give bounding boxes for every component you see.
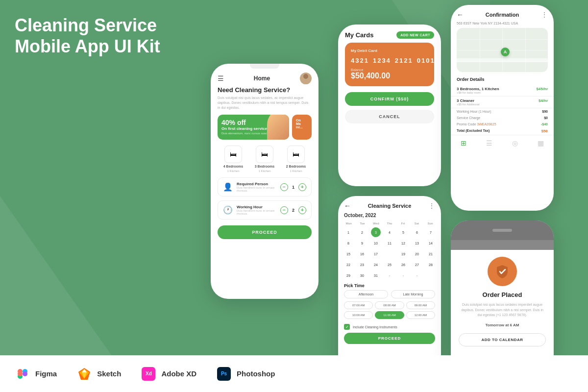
promo-person [267, 115, 289, 140]
nav-grid-icon[interactable]: ▦ [538, 139, 544, 147]
time-slot-800[interactable]: 08:00 AM [375, 301, 404, 309]
late-morning-tab[interactable]: Late Morning [391, 290, 435, 298]
cal-day-27[interactable]: 27 [412, 260, 422, 270]
promo-strip: 40% off On first cleaning service Duis e… [218, 115, 312, 140]
calendar-back-button[interactable]: ← [344, 202, 351, 210]
cal-day-6[interactable]: 6 [412, 227, 422, 237]
hour-decrement[interactable]: − [280, 206, 288, 214]
order-item-2-price: $4/hr [539, 98, 548, 103]
cal-day-14[interactable]: 14 [426, 238, 436, 248]
cal-day-d1: • [385, 270, 394, 280]
confirmation-back-button[interactable]: ← [457, 11, 464, 19]
cal-day-7[interactable]: 7 [426, 227, 436, 237]
cal-day-30[interactable]: 30 [357, 270, 367, 280]
cal-day-4[interactable]: 4 [385, 227, 394, 237]
promo-card-orange: OnMane... [292, 115, 312, 140]
cal-day-26[interactable]: 26 [398, 260, 408, 270]
confirm-button[interactable]: CONFIRM ($50) [345, 92, 434, 106]
order-row-1: 3 Bedrooms, 1 Kitchen +$6 for baby room … [451, 85, 554, 97]
cal-day-13[interactable]: 13 [412, 238, 422, 248]
bedroom-3[interactable]: 🛏 3 Bedrooms 1 Kitchen [255, 146, 274, 172]
time-slot-900[interactable]: 09:00 AM [406, 301, 435, 309]
phone-cards: My Cards ADD NEW CART My Debit Card 4321… [338, 24, 441, 186]
bedroom-label-4: 4 Bedrooms [223, 165, 243, 168]
cal-day-16[interactable]: 16 [357, 249, 367, 259]
need-cleaning-desc: Duis solutpat nisi quis lacus sedales, a… [218, 96, 312, 110]
person-increment[interactable]: + [298, 183, 306, 191]
order-placed-desc: Duis solutpat nisi quis lacus sedales im… [459, 302, 546, 318]
day-wed: Wed [369, 221, 383, 226]
cal-day-5[interactable]: 5 [398, 227, 408, 237]
proceed-button[interactable]: PROCEED [218, 225, 312, 239]
cal-day-22[interactable]: 22 [343, 260, 353, 270]
ps-icon-inner: Ps [217, 367, 231, 381]
order-placed-content: Order Placed Duis solutpat nisi quis lac… [451, 250, 554, 353]
hour-value: 2 [292, 208, 294, 213]
cal-day-empty1 [385, 249, 394, 259]
cal-day-12[interactable]: 12 [398, 238, 408, 248]
hour-increment[interactable]: + [298, 206, 306, 214]
cancel-button[interactable]: CANCEL [345, 110, 434, 123]
cards-title: My Cards [345, 31, 374, 39]
phone5-header-bg [451, 220, 554, 250]
cal-day-28[interactable]: 28 [426, 260, 436, 270]
include-checkbox[interactable]: ✓ [344, 324, 350, 330]
cal-day-3[interactable]: 3 [371, 227, 381, 237]
cal-day-21[interactable]: 21 [426, 249, 436, 259]
ps-icon: Ps [216, 366, 232, 382]
cal-day-24[interactable]: 24 [371, 260, 381, 270]
bedroom-icon-2: 🛏 [287, 146, 305, 163]
calendar-proceed-button[interactable]: PROCEED [344, 333, 435, 344]
add-to-calendar-button[interactable]: ADD TO CALENDAR [459, 333, 546, 346]
cal-day-31[interactable]: 31 [371, 270, 381, 280]
cal-day-19[interactable]: 19 [398, 249, 408, 259]
time-slot-700[interactable]: 07:00 AM [344, 301, 373, 309]
order-item-1-main: 3 Bedrooms, 1 Kitchen [457, 87, 499, 91]
cal-day-9[interactable]: 9 [357, 238, 367, 248]
bedroom-sub-4: 1 Kitchen [227, 170, 239, 172]
time-slot-1200[interactable]: 12:00 AM [406, 311, 435, 319]
cal-day-1[interactable]: 1 [343, 227, 353, 237]
bedroom-4[interactable]: 🛏 4 Bedrooms 1 Kitchen [223, 146, 243, 172]
cal-day-15[interactable]: 15 [343, 249, 353, 259]
working-hour-summary-label: Working Hour (1 Hour) [457, 110, 491, 113]
map-marker: A [501, 48, 510, 56]
confirmation-address: 563 63ST New York NY 2134-4321 USA [451, 22, 554, 28]
nav-list-icon[interactable]: ☰ [486, 139, 492, 147]
xd-label: Adobe XD [161, 369, 196, 378]
nav-home-icon[interactable]: ⊞ [461, 139, 466, 147]
cal-day-23[interactable]: 23 [357, 260, 367, 270]
cal-day-11[interactable]: 11 [385, 238, 394, 248]
avatar [300, 73, 312, 84]
tool-adobe-xd: Xd Adobe XD [141, 366, 196, 382]
bedroom-label-3: 3 Bedrooms [255, 165, 274, 168]
hamburger-icon[interactable]: ☰ [218, 74, 224, 82]
bedroom-icon-4: 🛏 [224, 146, 242, 163]
cal-day-8[interactable]: 8 [343, 238, 353, 248]
cal-day-29[interactable]: 29 [343, 270, 353, 280]
promo-value: -$40 [541, 122, 548, 126]
person-decrement[interactable]: − [280, 183, 288, 191]
cal-day-25[interactable]: 25 [385, 260, 394, 270]
cal-day-20[interactable]: 20 [412, 249, 422, 259]
calendar-title: Cleaning Service [368, 203, 412, 209]
promo-card-green: 40% off On first cleaning service Duis e… [218, 115, 289, 140]
cal-day-d2: • [398, 270, 408, 280]
cal-day-2[interactable]: 2 [357, 227, 367, 237]
afternoon-tab[interactable]: Afternoon [344, 290, 388, 298]
cal-day-10[interactable]: 10 [371, 238, 381, 248]
hero-title: Cleaning Service Mobile App UI Kit [15, 15, 160, 57]
add-new-cart-button[interactable]: ADD NEW CART [396, 31, 434, 39]
calendar-more-icon[interactable]: ⋮ [428, 202, 435, 210]
bedroom-icon-3: 🛏 [256, 146, 273, 163]
nav-search-icon[interactable]: ◎ [512, 139, 518, 147]
figma-label: Figma [35, 369, 57, 378]
confirmation-more-icon[interactable]: ⋮ [541, 11, 548, 19]
card-num-4: 0101 [417, 57, 435, 64]
svg-point-0 [303, 74, 308, 79]
bedroom-2[interactable]: 🛏 2 Bedrooms 1 Kitchen [286, 146, 306, 172]
time-slot-1100[interactable]: 11:00 AM [375, 311, 404, 319]
cal-day-17[interactable]: 17 [371, 249, 381, 259]
order-item-2-sub: +$5 for Additional [457, 103, 480, 106]
time-slot-1000[interactable]: 10:00 AM [344, 311, 373, 319]
